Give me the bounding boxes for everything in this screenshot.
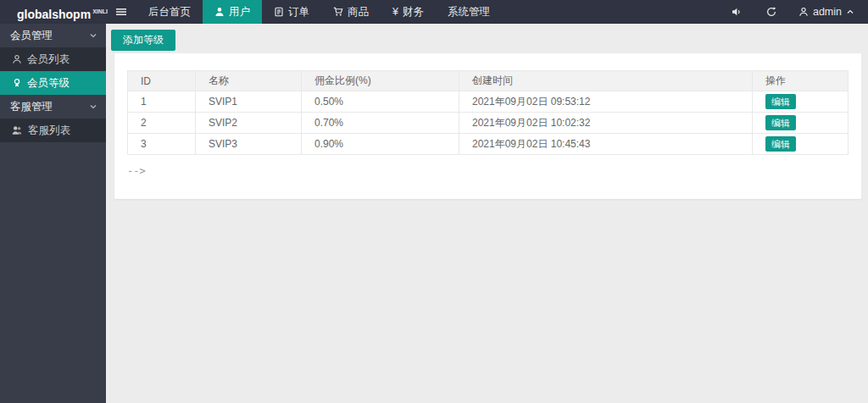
refresh-icon <box>766 7 776 17</box>
sidebar-item-label: 会员等级 <box>27 71 70 95</box>
group-label: 客服管理 <box>10 95 89 119</box>
chevron-down-icon <box>89 102 97 111</box>
sound-toggle-button[interactable] <box>720 0 754 24</box>
admin-user-icon <box>798 7 809 17</box>
table-row: 2 SVIP2 0.70% 2021年09月02日 10:02:32 编辑 <box>128 113 849 134</box>
brand-name: globalshopm <box>17 8 91 21</box>
group-label: 会员管理 <box>10 24 89 47</box>
yen-icon: ¥ <box>392 6 398 18</box>
cell-rate: 0.70% <box>302 113 459 134</box>
table-header-row: ID 名称 佣金比例(%) 创建时间 操作 <box>128 71 849 91</box>
add-level-button[interactable]: 添加等级 <box>111 30 175 51</box>
hamburger-menu-icon[interactable] <box>106 0 136 24</box>
nav-label: 订单 <box>288 5 309 19</box>
admin-dropdown[interactable]: admin <box>788 0 868 24</box>
brand-logo[interactable]: globalshopmXINLI <box>0 0 106 24</box>
nav-label: 商品 <box>348 5 369 19</box>
nav-label: 财务 <box>403 5 424 19</box>
refresh-button[interactable] <box>754 0 788 24</box>
sidebar-item-label: 会员列表 <box>27 47 70 71</box>
caret-up-icon <box>846 8 854 16</box>
cell-id: 1 <box>128 91 196 113</box>
table-row: 1 SVIP1 0.50% 2021年09月02日 09:53:12 编辑 <box>128 91 849 113</box>
admin-name: admin <box>813 6 842 18</box>
sidebar-item-member-level[interactable]: 会员等级 <box>0 71 106 95</box>
user-icon <box>214 7 225 17</box>
sidebar-item-label: 客服列表 <box>28 119 70 142</box>
sidebar: 会员管理 会员列表 会员等级 客服管理 客服列表 <box>0 24 106 403</box>
cell-name: SVIP1 <box>196 91 302 113</box>
nav-item-orders[interactable]: 订单 <box>262 0 321 24</box>
col-header-id: ID <box>128 71 196 91</box>
main-nav: 后台首页 用户 订单 商品 ¥ 财务 系统管理 <box>136 0 502 24</box>
sidebar-item-service-list[interactable]: 客服列表 <box>0 119 106 142</box>
nav-label: 用户 <box>229 5 250 19</box>
sidebar-group-member-mgmt[interactable]: 会员管理 <box>0 24 106 47</box>
main-content: 添加等级 ID 名称 佣金比例(%) 创建时间 操作 1 SVIP1 0.50% <box>106 24 868 403</box>
top-navbar: globalshopmXINLI 后台首页 用户 订单 商 <box>0 0 868 24</box>
sidebar-item-member-list[interactable]: 会员列表 <box>0 47 106 71</box>
col-header-actions: 操作 <box>753 71 849 91</box>
navbar-right: admin <box>720 0 868 24</box>
edit-button[interactable]: 编辑 <box>765 115 796 130</box>
nav-item-finance[interactable]: ¥ 财务 <box>381 0 436 24</box>
cart-icon <box>333 7 343 17</box>
levels-card: ID 名称 佣金比例(%) 创建时间 操作 1 SVIP1 0.50% 2021… <box>114 53 861 199</box>
cell-name: SVIP2 <box>196 113 302 134</box>
cell-created: 2021年09月02日 10:02:32 <box>459 113 753 134</box>
cell-id: 2 <box>128 113 196 134</box>
cell-created: 2021年09月02日 10:45:43 <box>459 134 753 155</box>
chevron-down-icon <box>89 31 97 40</box>
edit-button[interactable]: 编辑 <box>765 94 796 109</box>
footer-note: --> <box>127 165 849 177</box>
cell-id: 3 <box>128 134 196 155</box>
level-icon <box>12 78 22 88</box>
nav-label: 后台首页 <box>148 5 191 19</box>
col-header-created: 创建时间 <box>459 71 753 91</box>
speaker-icon <box>732 7 743 17</box>
col-header-name: 名称 <box>196 71 302 91</box>
edit-button[interactable]: 编辑 <box>765 136 796 152</box>
nav-item-goods[interactable]: 商品 <box>321 0 381 24</box>
table-row: 3 SVIP3 0.90% 2021年09月02日 10:45:43 编辑 <box>128 134 849 155</box>
member-icon <box>12 54 22 64</box>
cell-rate: 0.90% <box>302 134 459 155</box>
sidebar-group-service-mgmt[interactable]: 客服管理 <box>0 95 106 119</box>
col-header-rate: 佣金比例(%) <box>302 71 459 91</box>
nav-label: 系统管理 <box>448 5 490 19</box>
nav-item-users[interactable]: 用户 <box>203 0 262 24</box>
cell-name: SVIP3 <box>196 134 302 155</box>
cell-rate: 0.50% <box>302 91 459 113</box>
nav-item-dashboard[interactable]: 后台首页 <box>136 0 203 24</box>
nav-item-system[interactable]: 系统管理 <box>436 0 502 24</box>
levels-table: ID 名称 佣金比例(%) 创建时间 操作 1 SVIP1 0.50% 2021… <box>127 70 849 155</box>
service-team-icon <box>12 125 23 135</box>
order-icon <box>274 7 284 17</box>
cell-created: 2021年09月02日 09:53:12 <box>459 91 753 113</box>
hamburger-icon <box>115 7 127 17</box>
